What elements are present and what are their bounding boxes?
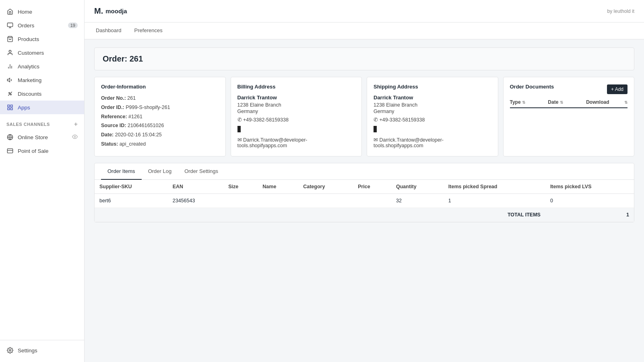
sidebar-item-label: Home	[18, 9, 32, 15]
orders-icon	[6, 22, 14, 29]
order-items-table: Supplier-SKU EAN Size Name Category Pric…	[95, 180, 634, 222]
svg-rect-19	[7, 149, 12, 153]
sidebar-item-pos[interactable]: Point of Sale	[0, 144, 84, 158]
svg-rect-14	[8, 108, 10, 110]
order-tabs-section: Order Items Order Log Order Settings Sup…	[94, 163, 634, 222]
sidebar-item-analytics[interactable]: Analytics	[0, 60, 84, 73]
sort-icon-date: ⇅	[560, 100, 563, 105]
eye-icon[interactable]	[72, 134, 78, 141]
billing-address1: 1238 Elaine Branch	[237, 102, 355, 108]
orders-badge: 19	[68, 23, 78, 28]
main-content: M. moodja by leuthold it Dashboard Prefe…	[85, 0, 644, 362]
sidebar-item-label: Discounts	[18, 91, 41, 97]
svg-rect-13	[10, 105, 12, 107]
doc-col-sort: ⇅	[624, 99, 627, 105]
home-icon	[6, 8, 14, 15]
shipping-icon-block	[374, 126, 377, 132]
shipping-card: Shipping Address Darrick Trantow 1238 El…	[367, 77, 498, 156]
svg-marker-8	[7, 78, 10, 82]
order-info-card: Order-Information Order No.: 261 Order I…	[94, 77, 226, 156]
sidebar-item-home[interactable]: Home	[0, 5, 84, 19]
col-category: Category	[298, 180, 353, 194]
cell-ean: 23456543	[168, 193, 223, 208]
cell-quantity: 32	[391, 193, 444, 208]
tab-preferences[interactable]: Preferences	[133, 23, 164, 39]
sidebar-item-online-store[interactable]: Online Store	[0, 130, 84, 144]
billing-icon-block	[237, 126, 241, 132]
sidebar-item-label: Online Store	[18, 134, 48, 140]
sort-icon-type: ⇅	[522, 100, 525, 105]
total-label-cell	[95, 208, 444, 222]
order-tabs-nav: Order Items Order Log Order Settings	[95, 163, 634, 180]
tab-order-items[interactable]: Order Items	[101, 163, 142, 180]
sidebar-item-customers[interactable]: Customers	[0, 46, 84, 60]
sidebar-item-settings[interactable]: Settings	[0, 343, 84, 357]
cards-row: Order-Information Order No.: 261 Order I…	[94, 77, 634, 156]
cell-size	[223, 193, 258, 208]
svg-rect-0	[7, 23, 12, 27]
add-sales-channel-button[interactable]: +	[74, 121, 78, 128]
cell-category	[298, 193, 353, 208]
col-items-picked-lvs: Items picked LVS	[545, 180, 634, 194]
col-items-picked-spread: Items picked Spread	[444, 180, 545, 194]
doc-col-download: Download	[586, 99, 623, 105]
sidebar-item-label: Marketing	[18, 77, 41, 83]
total-row: TOTAL ITEMS 1	[95, 208, 634, 222]
svg-point-4	[9, 50, 11, 52]
col-price: Price	[353, 180, 391, 194]
reference-row: Reference: #1261	[101, 113, 219, 121]
source-id-row: Source ID: 2106461651026	[101, 122, 219, 130]
shipping-address1: 1238 Elaine Branch	[374, 102, 491, 108]
cell-items-picked-lvs-spread: 0	[545, 193, 634, 208]
order-id-row: Order ID.: P999-S-shopify-261	[101, 104, 219, 111]
table-row: bert6 23456543 32 1 0	[95, 193, 634, 208]
app-name: moodja	[105, 8, 127, 14]
col-name: Name	[258, 180, 298, 194]
sidebar-item-products[interactable]: Products	[0, 32, 84, 46]
svg-point-21	[9, 350, 11, 351]
analytics-icon	[6, 63, 14, 70]
col-ean: EAN	[168, 180, 223, 194]
sidebar: Home Orders 19 Products Customers Analyt…	[0, 0, 85, 362]
sidebar-item-label: Products	[18, 36, 39, 42]
order-no-row: Order No.: 261	[101, 95, 219, 102]
tab-dashboard[interactable]: Dashboard	[94, 23, 123, 39]
doc-col-type: Type ⇅	[510, 99, 547, 105]
date-row: Date: 2020-02-16 15:04:25	[101, 131, 219, 139]
order-title: Order: 261	[103, 54, 626, 64]
documents-header: Order Documents + Add	[510, 84, 628, 95]
sidebar-item-label: Point of Sale	[18, 148, 49, 154]
shipping-name: Darrick Trantow	[374, 95, 491, 101]
tab-order-log[interactable]: Order Log	[142, 163, 178, 180]
sidebar-item-orders[interactable]: Orders 19	[0, 19, 84, 32]
svg-point-10	[10, 94, 12, 95]
shipping-email: ✉ Darrick.Trantow@developer-tools.shopif…	[374, 137, 491, 148]
documents-card: Order Documents + Add Type ⇅ Date ⇅ Down…	[503, 77, 635, 156]
doc-col-date: Date ⇅	[548, 99, 584, 105]
sidebar-item-label: Analytics	[18, 64, 39, 70]
billing-country: Germany	[237, 109, 355, 114]
sidebar-item-label: Settings	[18, 348, 37, 354]
order-info-heading: Order-Information	[101, 84, 219, 90]
add-document-button[interactable]: + Add	[607, 84, 627, 94]
sidebar-item-label: Apps	[18, 105, 30, 111]
sort-icon-download: ⇅	[624, 100, 627, 105]
status-row: Status: api_created	[101, 140, 219, 148]
sidebar-item-label: Customers	[18, 50, 44, 56]
sidebar-item-discounts[interactable]: Discounts	[0, 87, 84, 101]
pos-icon	[6, 147, 14, 154]
sales-channels-header: SALES CHANNELS +	[0, 114, 84, 130]
svg-rect-12	[8, 105, 10, 107]
shipping-phone: ✆ +49-3382-58159338	[374, 117, 491, 123]
shipping-heading: Shipping Address	[374, 84, 491, 90]
tab-order-settings[interactable]: Order Settings	[178, 163, 225, 180]
billing-phone: ✆ +49-3382-58159338	[237, 117, 355, 123]
sidebar-item-label: Orders	[18, 23, 34, 29]
topbar-by-label: by leuthold it	[607, 8, 634, 14]
cell-items-picked-spread: 1	[444, 193, 545, 208]
subtabs: Dashboard Preferences	[85, 23, 644, 39]
sidebar-item-marketing[interactable]: Marketing	[0, 73, 84, 87]
svg-point-9	[9, 93, 10, 94]
sidebar-item-apps[interactable]: Apps	[0, 101, 84, 114]
app-logo: M. moodja	[94, 6, 127, 16]
